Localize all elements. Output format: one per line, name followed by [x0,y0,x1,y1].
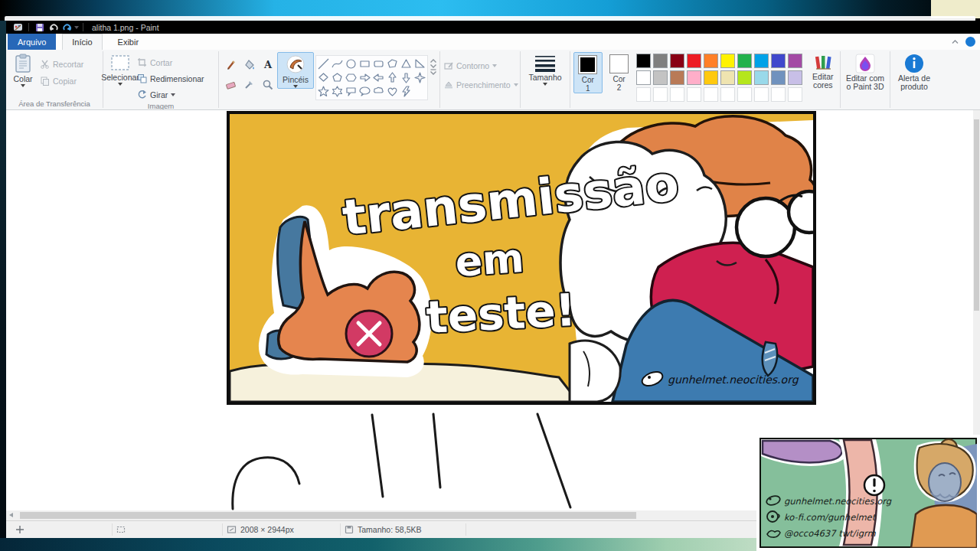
text-tool[interactable]: A [259,55,276,73]
palette-swatch[interactable] [754,54,769,68]
palette-swatch-empty[interactable] [788,87,802,102]
palette-swatch[interactable] [720,54,735,68]
shape-star-4-icon[interactable] [413,71,426,84]
palette-swatch[interactable] [687,70,701,85]
crop-button[interactable]: Cortar [137,55,204,70]
palette-swatch-empty[interactable] [720,87,735,102]
palette-swatch-empty[interactable] [653,87,668,102]
size-button[interactable]: Tamanho [524,52,566,86]
shape-oval-icon[interactable] [345,57,358,70]
tab-home[interactable]: Início [62,34,102,50]
pencil-tool[interactable] [222,55,239,73]
tab-file[interactable]: Arquivo [8,34,56,50]
shape-curve-icon[interactable] [331,57,344,70]
paste-button[interactable]: Colar [6,52,40,87]
shape-pentagon-icon[interactable] [331,71,344,84]
edit-colors-button[interactable]: Editar cores [806,52,840,90]
copy-button[interactable]: Copiar [40,73,83,88]
shape-star-5-icon[interactable] [317,85,330,98]
palette-swatch[interactable] [636,70,651,85]
palette-swatch[interactable] [704,54,718,68]
shape-hexagon-icon[interactable] [345,71,358,84]
shape-polygon-icon[interactable] [386,57,399,70]
product-alert-button[interactable]: Alerta de produto [893,52,936,91]
undo-icon[interactable] [48,22,59,32]
save-icon[interactable] [34,22,45,32]
color1-button[interactable]: Cor 1 [573,52,603,93]
shape-callout-oval-icon[interactable] [358,85,371,98]
shape-rounded-rectangle-icon[interactable] [372,57,385,70]
palette-swatch[interactable] [636,54,651,68]
shape-arrow-right-icon[interactable] [358,71,371,84]
magnifier-tool[interactable] [259,75,276,93]
qat-customize-icon[interactable] [74,26,79,29]
palette-swatch[interactable] [771,54,786,68]
shape-star-6-icon[interactable] [331,85,344,98]
palette-swatch[interactable] [653,70,668,85]
horizontal-scroll-thumb[interactable] [20,512,636,519]
palette-swatch[interactable] [737,70,752,85]
resize-button[interactable]: Redimensionar [137,71,204,86]
shape-arrow-up-icon[interactable] [386,71,399,84]
select-button[interactable]: Selecionar [103,52,137,86]
shape-lightning-icon[interactable] [400,85,413,98]
palette-swatch[interactable] [720,70,735,85]
shape-heart-icon[interactable] [386,85,399,98]
vertical-scroll-thumb[interactable] [974,119,979,311]
palette-swatch[interactable] [771,70,786,85]
shape-line-icon[interactable] [317,57,330,70]
palette-swatch[interactable] [653,54,668,68]
tab-view[interactable]: Exibir [109,34,149,50]
palette-swatch[interactable] [737,54,752,68]
paint3d-group-label [841,99,890,109]
titlebar-separator [83,23,83,31]
shapes-scroll-up-icon[interactable] [430,58,437,64]
shape-callout-cloud-icon[interactable] [372,85,385,98]
shape-arrow-left-icon[interactable] [372,71,385,84]
palette-swatch-empty[interactable] [687,87,701,102]
artwork-word-2: em [454,235,525,285]
eraser-tool[interactable] [222,75,239,93]
shapes-more-icon[interactable] [430,69,437,76]
shape-diamond-icon[interactable] [317,71,330,84]
brushes-label: Pincéis [283,75,309,84]
artwork-signature: gunhelmet.neocities.org [668,373,799,386]
select-dropdown-icon [118,83,122,86]
shape-right-triangle-icon[interactable] [413,57,426,70]
palette-swatch-empty[interactable] [754,87,769,102]
color-picker-tool[interactable] [240,75,257,93]
color2-button[interactable]: Cor 2 [606,52,633,92]
palette-swatch[interactable] [670,54,684,68]
rotate-button[interactable]: Girar [137,87,204,102]
palette-swatch-empty[interactable] [636,87,651,102]
paint3d-button[interactable]: Editar com o Paint 3D [843,52,887,91]
overlay-link-site: gunhelmet.neocities.org [784,496,892,507]
collapse-ribbon-icon[interactable] [951,39,959,44]
fill-tool[interactable] [240,55,257,73]
fill-option-button[interactable]: Preenchimento [443,77,518,92]
palette-swatch[interactable] [788,54,802,68]
shape-callout-rounded-icon[interactable] [345,85,358,98]
palette-swatch-empty[interactable] [704,87,718,102]
shapes-scroll-down-icon[interactable] [430,64,437,69]
cut-button[interactable]: Recortar [40,57,83,71]
brushes-dropdown-icon [293,85,298,88]
help-icon[interactable] [965,37,975,47]
palette-swatch-empty[interactable] [737,87,752,102]
color1-swatch [578,55,597,74]
titlebar: alitha 1.png - Paint [6,21,980,34]
palette-swatch[interactable] [788,70,802,85]
palette-swatch-empty[interactable] [771,87,786,102]
palette-swatch[interactable] [754,70,769,85]
scroll-left-icon[interactable] [9,513,13,517]
palette-swatch-empty[interactable] [670,87,684,102]
shape-rectangle-icon[interactable] [358,57,371,70]
outline-button[interactable]: Contorno [443,58,518,73]
palette-swatch[interactable] [704,70,718,85]
shape-arrow-down-icon[interactable] [400,71,413,84]
redo-icon[interactable] [62,22,73,32]
shape-triangle-icon[interactable] [400,57,413,70]
palette-swatch[interactable] [687,54,701,68]
brushes-button[interactable]: Pincéis [277,52,314,89]
palette-swatch[interactable] [670,70,684,85]
